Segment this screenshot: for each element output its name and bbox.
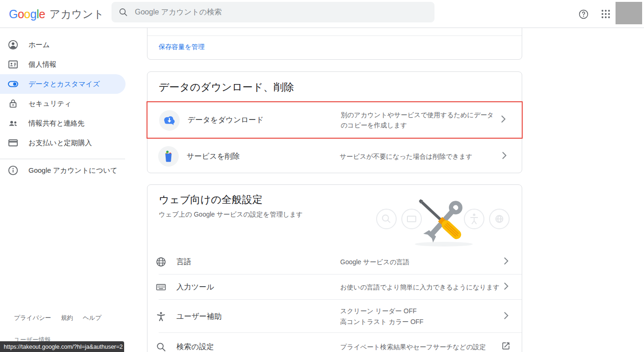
help-button[interactable] xyxy=(577,0,590,28)
row-label: 言語 xyxy=(176,257,191,267)
card-title: ウェブ向けの全般設定 xyxy=(159,193,263,207)
account-search-bar[interactable] xyxy=(112,2,434,22)
delete-service-trash-icon xyxy=(158,146,179,167)
product-name: アカウント xyxy=(49,7,105,21)
keyboard-icon xyxy=(155,282,167,293)
web-settings-card: ウェブ向けの全般設定 ウェブ上の Google サービスの設定を管理します xyxy=(147,184,522,352)
footer-links: プライバシー 規約 ヘルプ xyxy=(14,314,101,322)
accessibility-row[interactable]: ユーザー補助 スクリーン リーダー OFF 高コントラスト カラー OFF xyxy=(147,300,522,333)
row-label: 入力ツール xyxy=(176,282,214,292)
google-account-logo[interactable]: Google アカウント xyxy=(9,0,104,28)
chevron-right-icon xyxy=(504,257,509,267)
chevron-right-icon xyxy=(504,282,509,292)
card-title: データのダウンロード、削除 xyxy=(159,80,294,94)
row-description: スクリーン リーダー OFF 高コントラスト カラー OFF xyxy=(340,306,423,327)
accessibility-icon xyxy=(155,311,167,322)
people-icon xyxy=(7,118,19,129)
google-logo-text: Google xyxy=(9,7,45,21)
delete-service-row[interactable]: サービスを削除 サービスが不要になった場合は削除できます xyxy=(147,139,522,174)
search-icon xyxy=(118,7,128,17)
info-icon xyxy=(7,165,19,176)
row-description: お使いの言語でより簡単に入力できるようになります xyxy=(340,282,500,292)
row-label: ユーザー補助 xyxy=(176,311,222,321)
sidebar-item-label: ホーム xyxy=(28,41,50,49)
privacy-link[interactable]: プライバシー xyxy=(14,314,51,322)
app-header: Google アカウント xyxy=(0,0,644,28)
card-subtitle: ウェブ上の Google サービスの設定を管理します xyxy=(159,211,303,219)
row-divider xyxy=(159,274,522,275)
card-row-divider xyxy=(147,35,522,36)
row-divider xyxy=(159,299,522,300)
manage-storage-link[interactable]: 保存容量を管理 xyxy=(159,43,204,51)
row-divider xyxy=(159,332,522,333)
sidebar-item-label: データとカスタマイズ xyxy=(28,80,100,89)
row-label: 検索の設定 xyxy=(176,342,214,352)
row-description-line: 高コントラスト カラー OFF xyxy=(340,317,423,327)
sidebar-item-payments[interactable]: お支払いと定期購入 xyxy=(0,133,140,153)
help-link[interactable]: ヘルプ xyxy=(83,314,102,322)
download-data-row[interactable]: データをダウンロード 別のアカウントやサービスで使用するためにデータのコピーを作… xyxy=(147,101,523,139)
help-icon xyxy=(578,9,589,20)
google-apps-button[interactable] xyxy=(599,0,612,28)
main-content: 保存容量を管理 データのダウンロード、削除 xyxy=(147,0,522,352)
sidebar-nav: ホーム 個人情報 データとカスタマイズ セキュリティ 情報共有と連絡先 xyxy=(0,28,140,182)
sidebar-item-label: Google アカウントについて xyxy=(28,166,118,175)
account-circle-icon xyxy=(7,39,19,50)
row-description: 別のアカウントやサービスで使用するためにデータのコピーを作成します xyxy=(341,110,499,130)
row-label: サービスを削除 xyxy=(187,151,240,161)
chevron-right-icon xyxy=(501,115,506,125)
sidebar-item-label: お支払いと定期購入 xyxy=(28,139,92,148)
toggle-icon xyxy=(7,78,19,90)
sidebar-item-label: 個人情報 xyxy=(28,60,56,69)
row-description: Google サービスの言語 xyxy=(340,257,409,267)
avatar[interactable] xyxy=(616,2,642,24)
row-description-line: スクリーン リーダー OFF xyxy=(340,306,423,317)
contact-card-icon xyxy=(7,59,19,70)
row-description: プライベート検索結果やセーフサーチなどの設定 xyxy=(340,342,486,352)
row-description: サービスが不要になった場合は削除できます xyxy=(340,151,472,162)
search-input[interactable] xyxy=(135,8,428,16)
download-delete-card: データのダウンロード、削除 データ xyxy=(147,71,522,173)
apps-grid-icon xyxy=(601,9,610,19)
open-in-new-icon xyxy=(501,341,511,352)
takeout-cloud-download-icon xyxy=(159,110,180,131)
chevron-right-icon xyxy=(504,312,509,321)
chevron-right-icon xyxy=(502,152,507,161)
row-label: データをダウンロード xyxy=(188,115,264,125)
sidebar-item-label: セキュリティ xyxy=(28,99,71,108)
lock-icon xyxy=(7,98,19,109)
sidebar-item-security[interactable]: セキュリティ xyxy=(0,94,140,113)
credit-card-icon xyxy=(7,137,19,148)
tools-illustration xyxy=(374,196,514,250)
search-icon xyxy=(155,341,167,352)
sidebar-item-personal-info[interactable]: 個人情報 xyxy=(0,55,140,74)
sidebar-item-people-sharing[interactable]: 情報共有と連絡先 xyxy=(0,113,140,133)
google-account-page: Google アカウント xyxy=(0,0,644,352)
search-settings-row[interactable]: 検索の設定 プライベート検索結果やセーフサーチなどの設定 xyxy=(147,333,522,352)
status-bar-url: https://takeout.google.com/?hl=ja&authus… xyxy=(0,341,124,352)
sidebar-item-about[interactable]: Google アカウントについて xyxy=(0,159,140,182)
sidebar-item-home[interactable]: ホーム xyxy=(0,35,140,55)
input-tools-row[interactable]: 入力ツール お使いの言語でより簡単に入力できるようになります xyxy=(147,275,522,300)
language-row[interactable]: 言語 Google サービスの言語 xyxy=(147,249,522,275)
terms-link[interactable]: 規約 xyxy=(61,314,73,322)
sidebar-item-label: 情報共有と連絡先 xyxy=(28,119,84,128)
sidebar-item-data-personalization[interactable]: データとカスタマイズ xyxy=(0,74,126,94)
globe-icon xyxy=(155,256,167,268)
